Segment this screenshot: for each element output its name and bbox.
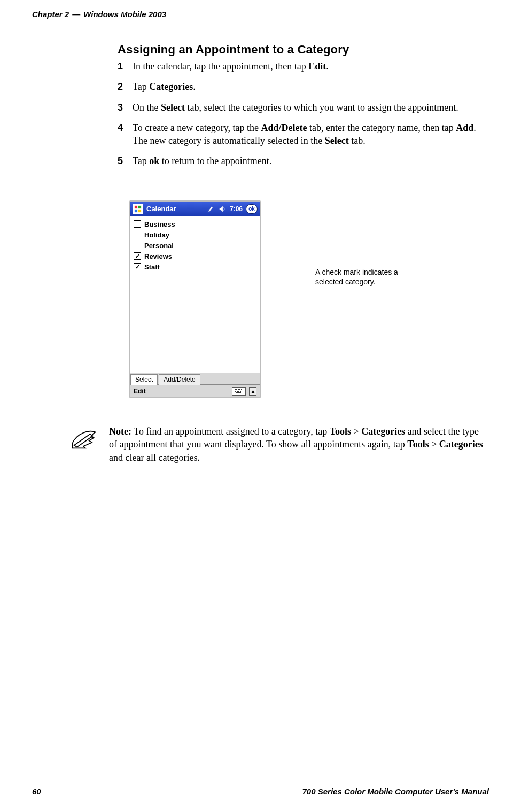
svg-rect-14 bbox=[236, 392, 241, 393]
header-dash: — bbox=[72, 10, 80, 19]
main-content: Assigning an Appointment to a Category 1… bbox=[118, 43, 487, 175]
note-part: > bbox=[429, 439, 439, 450]
callout-leader bbox=[190, 266, 310, 266]
step-4: 4 To create a new category, tap the Add/… bbox=[118, 121, 487, 148]
note-part: To find an appointment assigned to a cat… bbox=[131, 426, 330, 437]
svg-rect-7 bbox=[238, 389, 239, 390]
svg-rect-10 bbox=[235, 391, 236, 392]
category-checkbox[interactable] bbox=[134, 231, 141, 238]
svg-rect-11 bbox=[237, 391, 238, 392]
category-row[interactable]: Holiday bbox=[134, 229, 256, 240]
step-text: tab. bbox=[349, 135, 366, 146]
svg-rect-0 bbox=[135, 205, 137, 208]
speaker-icon[interactable] bbox=[218, 205, 227, 213]
step-2: 2 Tap Categories. bbox=[118, 80, 487, 93]
note-part: and clear all categories. bbox=[109, 452, 200, 463]
step-text: tab, enter the category name, then tap bbox=[307, 122, 456, 133]
category-checkbox[interactable] bbox=[134, 220, 141, 228]
manual-title: 700 Series Color Mobile Computer User's … bbox=[302, 787, 489, 796]
step-text: On the bbox=[133, 102, 161, 113]
callout-text: A check mark indicates a selected catego… bbox=[315, 267, 417, 287]
section-heading: Assigning an Appointment to a Category bbox=[118, 43, 487, 57]
svg-rect-2 bbox=[135, 209, 137, 212]
step-text: Tap bbox=[133, 81, 149, 92]
step-1: 1 In the calendar, tap the appointment, … bbox=[118, 60, 487, 73]
windows-start-icon[interactable] bbox=[133, 204, 143, 214]
step-text: In the calendar, tap the appointment, th… bbox=[133, 61, 308, 72]
category-label: Holiday bbox=[144, 231, 169, 239]
svg-rect-5 bbox=[235, 389, 236, 390]
step-bold: Add/Delete bbox=[261, 122, 307, 133]
pda-screenshot: Calendar 7:06 ok BusinessHolidayPersonal… bbox=[129, 200, 261, 398]
note-bold: Tools bbox=[407, 439, 429, 450]
step-number: 4 bbox=[118, 121, 126, 148]
note-text: Note: To find an appointment assigned to… bbox=[109, 425, 487, 464]
ok-button[interactable]: ok bbox=[246, 204, 258, 214]
clock-time: 7:06 bbox=[230, 205, 243, 213]
svg-rect-3 bbox=[138, 209, 141, 212]
step-text: tab, select the categories to which you … bbox=[185, 102, 458, 113]
category-row[interactable]: Business bbox=[134, 219, 256, 229]
category-label: Personal bbox=[144, 242, 174, 250]
tab-select[interactable]: Select bbox=[130, 374, 158, 385]
category-row[interactable]: Staff bbox=[134, 261, 256, 272]
app-title: Calendar bbox=[146, 205, 176, 213]
category-row[interactable]: Reviews bbox=[134, 251, 256, 261]
step-text: to return to the appointment. bbox=[159, 156, 271, 166]
title-bar: Calendar 7:06 ok bbox=[130, 202, 260, 216]
step-bold: Categories bbox=[149, 81, 193, 92]
note-bold: Categories bbox=[361, 426, 405, 437]
step-3: 3 On the Select tab, select the categori… bbox=[118, 101, 487, 114]
note-bold: Tools bbox=[330, 426, 351, 437]
category-row[interactable]: Personal bbox=[134, 240, 256, 251]
step-bold: ok bbox=[149, 156, 159, 166]
category-checkbox[interactable] bbox=[134, 263, 141, 270]
note-bold: Categories bbox=[439, 439, 483, 450]
category-list: BusinessHolidayPersonalReviewsStaff bbox=[130, 216, 260, 373]
callout-leader bbox=[190, 277, 310, 277]
step-text: . bbox=[193, 81, 196, 92]
note-block: Note: To find an appointment assigned to… bbox=[69, 425, 487, 464]
sip-keyboard-icon[interactable] bbox=[232, 387, 246, 396]
step-number: 3 bbox=[118, 101, 126, 114]
category-label: Reviews bbox=[144, 252, 172, 260]
step-number: 5 bbox=[118, 154, 126, 167]
svg-rect-1 bbox=[138, 205, 141, 208]
step-bold: Edit bbox=[308, 61, 326, 72]
step-text: To create a new category, tap the bbox=[133, 122, 261, 133]
page-footer: 60 700 Series Color Mobile Computer User… bbox=[32, 787, 489, 796]
edit-menu[interactable]: Edit bbox=[134, 388, 146, 395]
tab-strip: Select Add/Delete bbox=[130, 373, 260, 384]
category-label: Business bbox=[144, 220, 175, 228]
category-checkbox[interactable] bbox=[134, 242, 141, 249]
instruction-list: 1 In the calendar, tap the appointment, … bbox=[118, 60, 487, 168]
step-5: 5 Tap ok to return to the appointment. bbox=[118, 154, 487, 167]
category-checkbox[interactable] bbox=[134, 252, 141, 260]
note-lead: Note: bbox=[109, 426, 131, 437]
category-label: Staff bbox=[144, 263, 160, 271]
connectivity-icon[interactable] bbox=[206, 205, 215, 213]
step-bold: Select bbox=[325, 135, 349, 146]
step-text: Tap bbox=[133, 156, 149, 166]
step-text: . bbox=[326, 61, 329, 72]
svg-rect-12 bbox=[238, 391, 239, 392]
svg-rect-9 bbox=[241, 389, 242, 390]
svg-rect-6 bbox=[236, 389, 237, 390]
tab-add-delete[interactable]: Add/Delete bbox=[159, 374, 200, 385]
step-bold: Add bbox=[456, 122, 473, 133]
step-bold: Select bbox=[161, 102, 185, 113]
section-title: Windows Mobile 2003 bbox=[83, 10, 166, 19]
input-panel-arrow-icon[interactable]: ▴ bbox=[249, 387, 256, 396]
note-part: > bbox=[351, 426, 361, 437]
step-number: 1 bbox=[118, 60, 126, 73]
page-number: 60 bbox=[32, 787, 41, 796]
chapter-label: Chapter 2 bbox=[32, 10, 69, 19]
step-number: 2 bbox=[118, 80, 126, 93]
bottom-bar: Edit ▴ bbox=[130, 384, 260, 397]
page-header: Chapter 2 — Windows Mobile 2003 bbox=[32, 10, 489, 19]
svg-rect-8 bbox=[239, 389, 240, 390]
note-pen-icon bbox=[69, 425, 99, 451]
svg-rect-13 bbox=[240, 391, 241, 392]
